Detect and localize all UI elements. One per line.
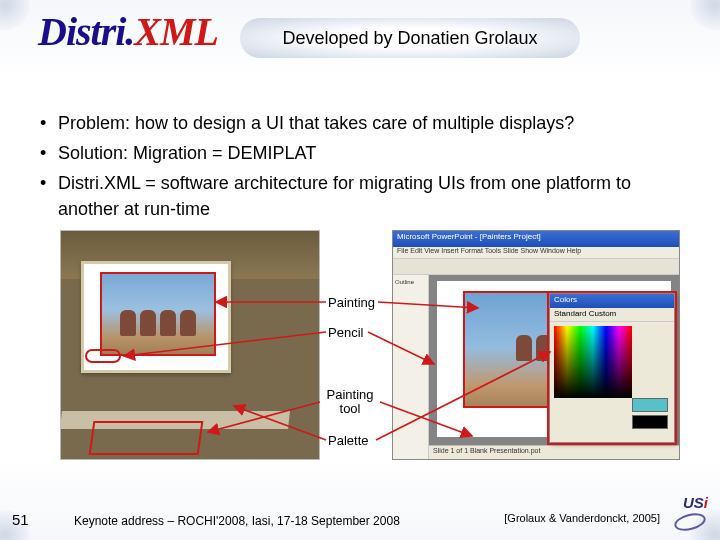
statusbar: Slide 1 of 1 Blank Presentation.pot [429, 445, 679, 459]
label-painting-tool: Painting tool [322, 388, 378, 415]
bullet-list: Problem: how to design a UI that takes c… [40, 110, 690, 226]
window-titlebar: Microsoft PowerPoint - [Painters Project… [393, 231, 679, 247]
panel-tabs: Standard Custom [550, 308, 674, 322]
label-painting: Painting [328, 296, 375, 310]
logo-part1: Distri. [38, 9, 134, 54]
slide-number: 51 [12, 511, 29, 528]
slide-title: Developed by Donatien Grolaux [240, 18, 580, 58]
keynote-text: Keynote address – ROCHI'2008, Iasi, 17-1… [74, 514, 400, 528]
label-pencil: Pencil [328, 326, 363, 340]
usixml-logo: USi [664, 498, 708, 528]
painting-figures [114, 310, 202, 340]
easel-photo [60, 230, 320, 460]
bullet-item: Distri.XML = software architecture for m… [40, 170, 690, 222]
citation-text: [Grolaux & Vanderdonckt, 2005] [504, 512, 660, 524]
powerpoint-screenshot: Microsoft PowerPoint - [Painters Project… [392, 230, 680, 460]
pencil-highlight [85, 349, 121, 363]
corner-decoration [690, 0, 720, 30]
app-body: Outline Slide 1 of 1 Blank Presentation.… [393, 275, 679, 459]
outline-sidebar: Outline [393, 275, 429, 459]
color-swatches [632, 398, 668, 432]
bullet-item: Solution: Migration = DEMIPLAT [40, 140, 690, 166]
title-text: Developed by Donatien Grolaux [282, 28, 537, 49]
label-palette: Palette [328, 434, 368, 448]
swatch-new [632, 415, 668, 429]
corner-decoration [0, 0, 30, 30]
panel-title: Colors [550, 294, 674, 308]
painting-tool-highlight [89, 421, 204, 455]
bullet-item: Problem: how to design a UI that takes c… [40, 110, 690, 136]
swatch-current [632, 398, 668, 412]
menubar: File Edit View Insert Format Tools Slide… [393, 247, 679, 259]
color-panel-highlight: Colors Standard Custom [549, 293, 675, 443]
color-picker [554, 326, 632, 398]
toolbar [393, 259, 679, 275]
distrixml-logo: Distri.XML [38, 8, 218, 55]
slide-footer: 51 Keynote address – ROCHI'2008, Iasi, 1… [0, 506, 720, 530]
diagram-area: Microsoft PowerPoint - [Painters Project… [60, 230, 680, 470]
logo-part2: XML [134, 9, 218, 54]
painting-highlight [102, 274, 214, 354]
